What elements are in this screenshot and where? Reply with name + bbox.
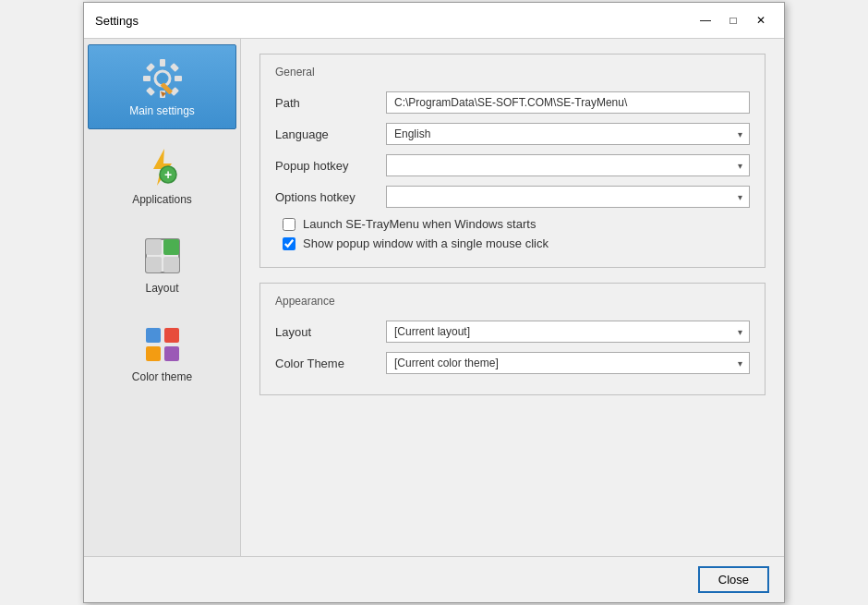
language-row: Language English German French Spanish ▾: [275, 123, 750, 145]
launch-checkbox[interactable]: [283, 218, 295, 231]
options-hotkey-label: Options hotkey: [275, 190, 386, 204]
path-row: Path: [275, 91, 750, 114]
popup-hotkey-select-wrapper: ▾: [386, 154, 750, 176]
appearance-layout-select-wrapper: [Current layout] ▾: [386, 321, 750, 343]
window-content: Main settings + Applications: [84, 39, 784, 556]
sidebar-item-main-settings-label: Main settings: [129, 104, 195, 117]
appearance-layout-label: Layout: [275, 325, 386, 339]
launch-checkbox-row: Launch SE-TrayMenu when Windows starts: [275, 217, 750, 231]
window-footer: Close: [84, 556, 784, 602]
appearance-layout-select[interactable]: [Current layout]: [386, 321, 750, 343]
window-title: Settings: [95, 14, 139, 28]
language-select[interactable]: English German French Spanish: [386, 123, 750, 145]
color-theme-select[interactable]: [Current color theme]: [386, 352, 750, 374]
language-select-wrapper: English German French Spanish ▾: [386, 123, 750, 145]
sidebar-item-main-settings[interactable]: Main settings: [88, 44, 236, 129]
appearance-layout-row: Layout [Current layout] ▾: [275, 321, 750, 343]
title-bar: Settings — □ ✕: [84, 3, 784, 39]
popup-hotkey-row: Popup hotkey ▾: [275, 154, 750, 176]
svg-rect-7: [146, 87, 155, 96]
options-hotkey-select-wrapper: ▾: [386, 186, 750, 208]
svg-rect-19: [163, 257, 179, 272]
svg-rect-1: [160, 59, 165, 67]
color-theme-select-wrapper: [Current color theme] ▾: [386, 352, 750, 374]
path-field-wrapper: [386, 91, 750, 114]
color-theme-row: Color Theme [Current color theme] ▾: [275, 352, 750, 374]
sidebar-item-applications-label: Applications: [132, 193, 192, 206]
sidebar-item-layout[interactable]: Layout: [88, 222, 236, 307]
launch-label: Launch SE-TrayMenu when Windows starts: [303, 217, 536, 231]
svg-rect-20: [146, 328, 161, 343]
popup-hotkey-label: Popup hotkey: [275, 159, 386, 173]
options-hotkey-select[interactable]: [386, 186, 750, 208]
language-label: Language: [275, 127, 386, 141]
sidebar: Main settings + Applications: [84, 39, 241, 556]
lightning-icon: +: [140, 145, 185, 189]
show-popup-label: Show popup window with a single mouse cl…: [303, 236, 549, 250]
popup-hotkey-select[interactable]: [386, 154, 750, 176]
svg-text:+: +: [163, 167, 171, 182]
general-section-title: General: [275, 66, 750, 82]
sidebar-item-color-theme[interactable]: Color theme: [88, 310, 236, 395]
layout-icon: [140, 234, 185, 278]
svg-rect-22: [146, 346, 161, 361]
svg-rect-3: [143, 76, 151, 81]
appearance-section-title: Appearance: [275, 295, 750, 311]
color-theme-label: Color Theme: [275, 357, 386, 370]
show-popup-checkbox-row: Show popup window with a single mouse cl…: [275, 236, 750, 250]
options-hotkey-row: Options hotkey ▾: [275, 186, 750, 208]
svg-rect-18: [146, 257, 162, 272]
svg-rect-23: [164, 346, 179, 361]
main-panel: General Path Language English German: [241, 39, 784, 556]
settings-window: Settings — □ ✕: [83, 2, 785, 603]
svg-rect-17: [163, 239, 179, 255]
maximize-button[interactable]: □: [721, 10, 745, 30]
svg-rect-5: [146, 63, 155, 72]
color-theme-icon: [140, 322, 185, 367]
sidebar-item-applications[interactable]: + Applications: [88, 133, 236, 218]
appearance-section: Appearance Layout [Current layout] ▾ Col…: [259, 283, 766, 395]
path-label: Path: [275, 96, 386, 110]
title-bar-controls: — □ ✕: [693, 10, 773, 30]
general-section: General Path Language English German: [259, 54, 766, 268]
sidebar-item-color-theme-label: Color theme: [132, 370, 192, 383]
window-close-button[interactable]: ✕: [749, 10, 773, 30]
path-input[interactable]: [386, 91, 750, 114]
svg-rect-16: [146, 239, 162, 255]
svg-point-11: [158, 74, 167, 83]
svg-rect-21: [164, 328, 179, 343]
gear-icon: [140, 56, 185, 101]
svg-rect-4: [175, 76, 182, 81]
sidebar-item-layout-label: Layout: [145, 282, 178, 295]
close-button[interactable]: Close: [698, 566, 769, 593]
show-popup-checkbox[interactable]: [283, 237, 295, 250]
svg-rect-6: [170, 63, 179, 72]
minimize-button[interactable]: —: [693, 10, 717, 30]
